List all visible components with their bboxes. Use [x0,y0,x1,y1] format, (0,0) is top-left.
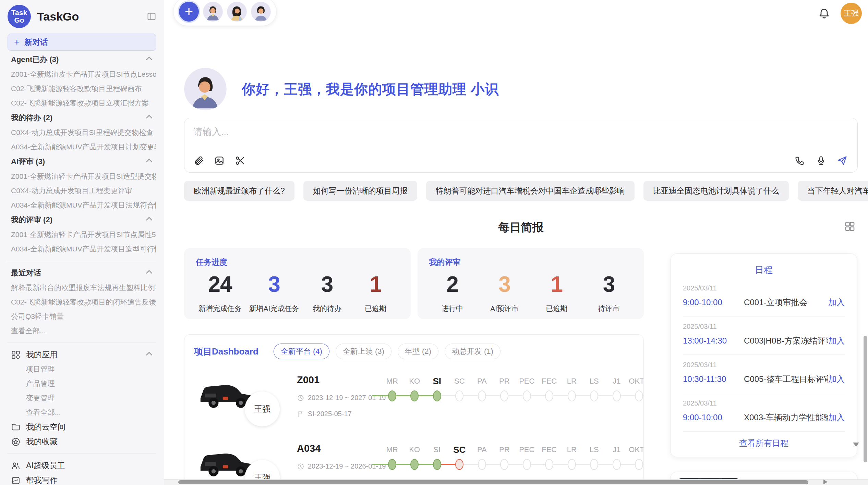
suggestion-chip[interactable]: 欧洲新规最近颁布了什么? [184,181,294,201]
tab-new-body[interactable]: 全新上装 (3) [336,344,391,359]
recent-chat-item[interactable]: C02-飞腾新能源轻客改款项目的闭环通告反馈情况 [8,295,156,309]
sidebar-item-ai-employee[interactable]: AI超级员工 [8,458,156,473]
tab-year-model[interactable]: 年型 (2) [398,344,438,359]
event-date: 2025/03/11 [683,399,845,407]
sidebar-item[interactable]: Z001-全新燃油轻卡产品开发项目SI节点属性5D文件评审 [8,227,156,242]
sidebar-item[interactable]: C0X4-动力总成开发项目工程变更评审 [8,184,156,198]
suggestion-chip[interactable]: 特朗普可能对进口汽车增税会对中国车企造成哪些影响 [426,181,635,201]
event-name: C001-立项审批会 [744,297,828,308]
tab-all-new-platform[interactable]: 全新平台 (4) [274,344,329,359]
scissors-icon[interactable] [234,155,245,166]
app-item-project-mgmt[interactable]: 项目管理 [8,362,156,376]
recent-chat-item[interactable]: 解释最新出台的欧盟报废车法规再生塑料比例被调至15%... [8,281,156,295]
sidebar-item[interactable]: C0X4-动力总成开发项目SI里程碑提交物检查 [8,125,156,140]
attach-icon[interactable] [193,155,204,166]
tab-powertrain[interactable]: 动总开发 (1) [445,344,501,359]
sidebar-item-favorites[interactable]: 我的收藏 [8,434,156,449]
project-media: 王强 [194,442,297,484]
milestone-label: OKTB [628,444,644,458]
agent-avatar-2[interactable] [227,2,247,22]
suggestion-chip[interactable]: 比亚迪全固态电池计划具体说了什么 [643,181,789,201]
view-all-schedule-link[interactable]: 查看所有日程 [683,432,845,454]
new-chat-button[interactable]: + 新对话 [8,34,156,51]
vertical-scrollbar-thumb[interactable] [864,336,867,462]
topbar-right: 王强 [818,3,862,24]
join-link[interactable]: 加入 [828,374,845,385]
project-row-z001[interactable]: 王强 Z001 2023-12-19 ~ 2027-01-19 [194,374,634,428]
logo-text-1: Task [11,9,27,16]
suggestion-chip[interactable]: 如何写一份清晰的项目周报 [303,181,417,201]
chat-input[interactable] [193,126,848,150]
stat-overdue: 1 已逾期 [355,272,396,313]
stat-label: 我的待办 [306,304,348,313]
sidebar-item[interactable]: C02-飞腾新能源轻客改款项目里程碑画布 [8,82,156,96]
sidebar-item-my-apps[interactable]: 我的应用 [8,347,156,362]
sidebar-item-cloud-space[interactable]: 我的云空间 [8,420,156,434]
agent-avatar-1[interactable] [203,2,223,22]
layout-grid-icon[interactable] [844,221,856,232]
sidebar-item[interactable]: C02-飞腾新能源轻客改款项目立项汇报方案 [8,96,156,110]
notifications-button[interactable] [818,7,830,20]
task-progress-card: 任务进度 24 新增完成任务 3 新增AI完成任务 [184,248,411,319]
project-media: 王强 [194,374,297,428]
stat-ai-prereview: 3 AI预评审 [484,272,525,313]
stat-new-done: 24 新增完成任务 [198,272,242,313]
dashboard-title: 项目Dashboard [194,346,258,358]
assistant-avatar [184,68,227,110]
project-row-a034[interactable]: 王强 A034 2023-12-19 ~ 2026-01-19 [194,442,634,484]
recent-chat-item[interactable]: 公司Q3轻卡销量 [8,309,156,324]
milestone-dot [478,390,486,401]
dashboard-tabs: 全新平台 (4) 全新上装 (3) 年型 (2) 动总开发 (1) [274,344,501,359]
project-code: A034 [297,443,381,454]
send-icon[interactable] [837,155,848,166]
event-time: 13:00-14:30 [683,336,744,346]
section-my-review[interactable]: 我的评审 (2) [8,212,156,227]
user-avatar[interactable]: 王强 [841,3,862,24]
stat-value: 3 [306,272,348,297]
stat-label: 待评审 [588,304,629,313]
app-item-product-mgmt[interactable]: 产品管理 [8,376,156,391]
recent-view-all[interactable]: 查看全部... [8,324,156,338]
milestone-label: PR [493,375,516,389]
mic-icon[interactable] [816,155,827,166]
plus-icon: + [14,37,20,48]
milestone-dot [523,459,531,470]
join-link[interactable]: 加入 [828,335,845,346]
milestone-dot [410,390,419,401]
join-link[interactable]: 加入 [828,297,845,308]
favorites-label: 我的收藏 [26,436,153,447]
section-recent-chats[interactable]: 最近对话 [8,265,156,281]
suggestion-chip[interactable]: 当下年轻人对汽车外观有怎样的喜好趋势 [798,181,868,201]
sidebar-item-help-write[interactable]: 帮我写作 [8,473,156,485]
project-dates: 2023-12-19 ~ 2026-01-19 [297,462,381,470]
section-my-todo[interactable]: 我的待办 (2) [8,110,156,125]
add-agent-button[interactable]: + [179,2,199,22]
milestone-dot [500,459,508,470]
apps-view-all[interactable]: 查看全部... [8,405,156,420]
join-link[interactable]: 加入 [828,412,845,423]
image-icon[interactable] [214,155,225,166]
sidebar-item[interactable]: Z001-全新燃油皮卡产品开发项目SI节点Lesson Learn报告 [8,67,156,82]
sidebar-body: + 新对话 Agent已办 (3) Z001-全新燃油皮卡产品开发项目SI节点L… [0,31,164,485]
section-ai-review[interactable]: AI评审 (3) [8,154,156,169]
app-item-change-mgmt[interactable]: 变更管理 [8,391,156,405]
horizontal-scrollbar-thumb[interactable] [178,480,808,484]
project-owner-badge: 王强 [245,391,280,426]
stat-value: 3 [484,272,525,297]
sidebar-collapse-button[interactable] [147,12,156,21]
sidebar-item[interactable]: A034-全新新能源MUV产品开发项目造型可行性评审 [8,242,156,256]
sidebar-item[interactable]: A034-全新新能源MUV产品开发项目计划变更表编写 [8,140,156,154]
scroll-down-arrow[interactable] [853,443,859,447]
sidebar-item[interactable]: A034-全新新能源MUV产品开发项目法规符合性评审 [8,198,156,212]
milestone-dot [545,390,553,401]
milestone-dot [410,459,419,470]
phone-icon[interactable] [794,155,805,166]
section-agent-done[interactable]: Agent已办 (3) [8,52,156,67]
milestone-dot [635,390,643,401]
clock-icon [297,394,304,402]
daily-brief-header: 每日简报 [184,220,858,235]
agent-avatar-3[interactable] [251,2,271,22]
sidebar-item[interactable]: Z001-全新燃油轻卡产品开发项目SI造型提交物评审 [8,169,156,184]
milestone-label: KO [403,375,426,389]
scroll-right-arrow[interactable] [823,480,828,484]
